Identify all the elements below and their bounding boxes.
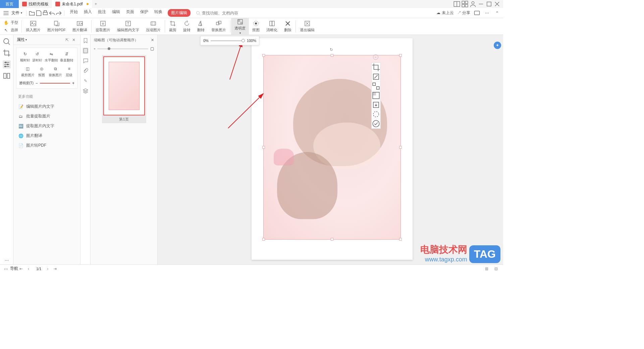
print-icon[interactable] [42,10,49,16]
file-menu[interactable]: 文件▾ [9,10,24,16]
insert-image-button[interactable]: 插入图片 [22,18,44,35]
collapse-icon[interactable]: ⌃ [494,10,500,16]
tab-convert[interactable]: 转换 [154,9,163,17]
comments-icon[interactable] [83,58,89,64]
tab-home[interactable]: 首页 [0,0,19,8]
more-translate[interactable]: 🌐图片翻译 [13,131,80,141]
handle-l[interactable] [262,146,265,149]
crop-image-button[interactable]: ◫裁剪图片 [21,65,35,78]
save-icon[interactable] [35,10,42,16]
opacity-slider-thumb[interactable] [241,39,245,42]
tab-add[interactable]: + [92,0,100,8]
handle-tl[interactable] [262,54,265,57]
sharpen-button[interactable]: 清晰化 [263,18,281,35]
help-bubble-icon[interactable]: ✦ [494,42,501,49]
thumb-zoom-slider[interactable] [97,48,148,49]
minimize-icon[interactable] [478,1,484,7]
crop-button[interactable]: 裁剪 [166,18,180,35]
sb-minus-icon[interactable]: ⊟ [493,266,499,272]
handle-r[interactable] [399,146,402,149]
tab-start[interactable]: 开始 [69,9,78,17]
ft-check-icon[interactable] [372,119,380,129]
image-to-pdf-button[interactable]: 图片转PDF [44,18,69,35]
ft-replace-icon[interactable] [372,82,380,91]
edit-text-button[interactable]: T编辑图内文字 [114,18,143,35]
more-topdf[interactable]: 📄图片转PDF [13,141,80,150]
thumbnail-page-1[interactable]: 第1页 [102,55,146,123]
more-extract-text[interactable]: 🔤提取图片内文字 [13,121,80,131]
tab-image-edit[interactable]: 图片编辑 [168,9,191,17]
more-extract-batch[interactable]: 🗂批量提取图片 [13,111,80,121]
redo-icon[interactable] [55,10,62,16]
handle-t[interactable] [331,54,333,57]
undo-icon[interactable] [49,10,55,16]
signatures-icon[interactable]: ✎ [83,78,89,84]
sb-plus-icon[interactable]: ⊞ [484,266,490,272]
opacity-button[interactable]: 透明度▾ [231,18,249,35]
tab-document[interactable]: 未命名1.pdf [52,0,92,8]
thumb-close-icon[interactable]: ✕ [151,38,154,42]
opacity-popup-slider[interactable] [211,40,245,41]
layers-icon[interactable] [83,88,89,94]
hamburger-icon[interactable] [3,10,9,16]
page-indicator[interactable]: 1/1 [36,267,41,271]
more-icon[interactable]: ⋯ [484,10,490,16]
tab-annotate[interactable]: 批注 [97,9,107,17]
nav-label[interactable]: 导航 [10,266,18,271]
ft-rotate-icon[interactable] [372,72,380,82]
layout-icon[interactable] [453,1,460,7]
layer-button[interactable]: ≡层级 [66,65,72,78]
ft-crop-icon[interactable] [372,63,380,72]
handle-tr[interactable] [399,54,402,57]
cloud-status[interactable]: ☁ 未上云 [436,10,453,16]
maximize-icon[interactable] [486,1,492,7]
compress-button[interactable]: 压缩图片 [143,18,164,35]
adjust-icon[interactable] [3,60,11,68]
opacity-slider[interactable] [40,83,70,84]
read-icon[interactable] [3,72,11,80]
exit-edit-button[interactable]: 退出编辑 [297,18,318,35]
first-page-icon[interactable]: ⇤ [18,266,24,272]
tab-template[interactable]: 找稻壳模板 [19,0,52,8]
grid-icon[interactable] [462,1,468,7]
handle-b[interactable] [331,238,333,241]
image-translate-button[interactable]: 文A图片翻译 [69,18,91,35]
collapse-toolbar-icon[interactable]: − [373,54,378,60]
pin-icon[interactable]: ⇱ [65,38,70,42]
delete-button[interactable]: 删除 [281,18,295,35]
panel-close-icon[interactable]: ✕ [72,38,77,42]
handle-br[interactable] [399,238,402,241]
rotate-button[interactable]: 旋转 [180,18,194,35]
hand-mode[interactable]: ✋手型 [3,19,18,26]
share-button[interactable]: ↗ 分享 [457,10,470,16]
prev-page-icon[interactable]: ‹ [25,266,32,272]
zoom-icon[interactable] [3,38,11,46]
minus-button[interactable]: − [36,81,38,86]
cutout2-button[interactable]: ◎抠图 [38,65,45,78]
rotate-handle[interactable]: ↻ [330,47,334,52]
canvas[interactable]: 0% 100% ↻ − [158,35,503,264]
extract-image-button[interactable]: 提取图片 [92,18,114,35]
thumb-large-icon[interactable]: ▢ [150,46,154,51]
flip-button[interactable]: 翻转 [194,18,208,35]
flip-v-button[interactable]: ⇵垂直翻转 [60,51,73,63]
tab-protect[interactable]: 保护 [140,9,149,17]
next-page-icon[interactable]: › [45,266,51,272]
close-icon[interactable] [494,1,500,7]
replace2-button[interactable]: ⧉替换图片 [49,65,62,78]
plus-button[interactable]: + [72,81,74,86]
ft-cutout-icon[interactable] [372,110,380,119]
flip-h-button[interactable]: ⇋水平翻转 [45,51,58,63]
thumbnails-icon[interactable] [83,48,89,54]
replace-button[interactable]: 替换图片 [208,18,229,35]
handle-bl[interactable] [262,238,265,241]
select-mode[interactable]: ↖选择 [3,27,18,34]
tab-page[interactable]: 页面 [125,9,135,17]
last-page-icon[interactable]: ⇥ [52,266,58,272]
bookmark-icon[interactable] [83,38,89,44]
open-icon[interactable] [29,10,35,16]
ft-opacity-icon[interactable] [372,91,380,100]
rotate-ccw-button[interactable]: ↺逆时针 [32,51,42,63]
tab-edit[interactable]: 编辑 [111,9,121,17]
ft-extract-icon[interactable] [372,100,380,110]
